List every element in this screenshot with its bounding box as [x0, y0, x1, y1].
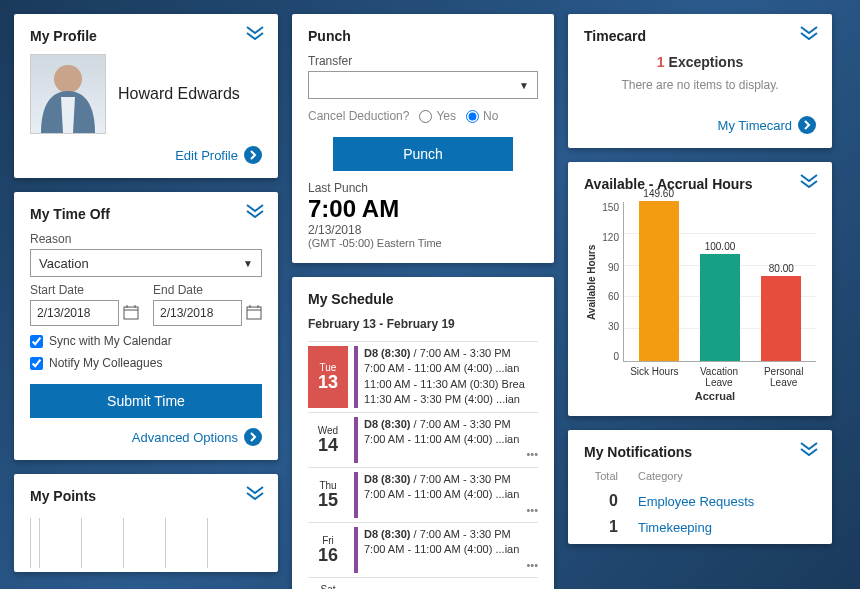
submit-time-button[interactable]: Submit Time	[30, 384, 262, 418]
my-notifications-title: My Notifications	[584, 444, 816, 460]
schedule-date: Sat 17	[308, 582, 348, 589]
my-schedule-title: My Schedule	[308, 291, 538, 307]
collapse-icon[interactable]	[800, 26, 818, 40]
collapse-icon[interactable]	[246, 26, 264, 40]
transfer-select[interactable]: ▼	[308, 71, 538, 99]
notification-row[interactable]: 0Employee Requests	[584, 488, 816, 514]
more-icon[interactable]: •••	[526, 503, 538, 518]
end-date-input[interactable]: 2/13/2018	[153, 300, 242, 326]
start-date-input[interactable]: 2/13/2018	[30, 300, 119, 326]
reason-select[interactable]: Vacation ▼	[30, 249, 262, 277]
accrual-chart: Available Hours 1501209060300 149.60100.…	[584, 202, 816, 362]
schedule-lines	[348, 582, 538, 589]
y-axis-label: Available Hours	[584, 202, 599, 362]
accrual-title: Available - Accrual Hours	[584, 176, 816, 192]
sync-checkbox[interactable]	[30, 335, 43, 348]
last-punch-date: 2/13/2018	[308, 223, 538, 237]
notification-category[interactable]: Timekeeping	[638, 520, 712, 535]
x-axis-label: Accrual	[584, 390, 816, 402]
caret-down-icon: ▼	[519, 80, 529, 91]
sync-checkbox-row[interactable]: Sync with My Calendar	[30, 334, 262, 348]
my-timecard-label: My Timecard	[718, 118, 792, 133]
schedule-date: Thu 15	[308, 472, 348, 518]
end-date-label: End Date	[153, 283, 262, 297]
last-punch-label: Last Punch	[308, 181, 538, 195]
caret-down-icon: ▼	[243, 258, 253, 269]
collapse-icon[interactable]	[246, 204, 264, 218]
sync-label: Sync with My Calendar	[49, 334, 172, 348]
advanced-options-label: Advanced Options	[132, 430, 238, 445]
transfer-label: Transfer	[308, 54, 538, 68]
schedule-bar	[354, 417, 358, 463]
schedule-row[interactable]: Thu 15 D8 (8:30) / 7:00 AM - 3:30 PM7:00…	[308, 467, 538, 522]
schedule-row[interactable]: Fri 16 D8 (8:30) / 7:00 AM - 3:30 PM7:00…	[308, 522, 538, 577]
my-time-off-card: My Time Off Reason Vacation ▼ Start Date…	[14, 192, 278, 460]
schedule-row[interactable]: Sat 17	[308, 577, 538, 589]
punch-button[interactable]: Punch	[333, 137, 513, 171]
notification-category[interactable]: Employee Requests	[638, 494, 754, 509]
svg-point-0	[54, 65, 82, 93]
calendar-icon[interactable]	[246, 304, 262, 323]
chart-bar[interactable]: 80.00	[756, 263, 806, 361]
my-profile-title: My Profile	[30, 28, 262, 44]
calendar-icon[interactable]	[123, 304, 139, 323]
more-icon[interactable]: •••	[526, 447, 538, 462]
cancel-yes-radio[interactable]: Yes	[419, 109, 456, 123]
timecard-empty: There are no items to display.	[584, 78, 816, 92]
svg-rect-1	[124, 307, 138, 319]
schedule-lines: D8 (8:30) / 7:00 AM - 3:30 PM7:00 AM - 1…	[364, 527, 538, 573]
last-punch-tz: (GMT -05:00) Eastern Time	[308, 237, 538, 249]
my-timecard-link[interactable]: My Timecard	[718, 116, 816, 134]
schedule-lines: D8 (8:30) / 7:00 AM - 3:30 PM7:00 AM - 1…	[364, 346, 538, 408]
schedule-row[interactable]: Wed 14 D8 (8:30) / 7:00 AM - 3:30 PM7:00…	[308, 412, 538, 467]
notification-count: 1	[588, 518, 618, 536]
reason-value: Vacation	[39, 256, 89, 271]
start-date-label: Start Date	[30, 283, 139, 297]
notify-checkbox[interactable]	[30, 357, 43, 370]
points-chart	[30, 518, 262, 568]
my-schedule-card: My Schedule February 13 - February 19 Tu…	[292, 277, 554, 589]
advanced-options-link[interactable]: Advanced Options	[132, 428, 262, 446]
schedule-bar	[354, 472, 358, 518]
cancel-no-radio[interactable]: No	[466, 109, 498, 123]
profile-name: Howard Edwards	[118, 85, 240, 103]
schedule-date: Wed 14	[308, 417, 348, 463]
schedule-bar	[354, 527, 358, 573]
my-time-off-title: My Time Off	[30, 206, 262, 222]
exceptions-count: 1Exceptions	[584, 54, 816, 70]
arrow-right-icon	[244, 146, 262, 164]
collapse-icon[interactable]	[246, 486, 264, 500]
arrow-right-icon	[798, 116, 816, 134]
notify-label: Notify My Colleagues	[49, 356, 162, 370]
schedule-lines: D8 (8:30) / 7:00 AM - 3:30 PM7:00 AM - 1…	[364, 417, 538, 463]
edit-profile-link[interactable]: Edit Profile	[175, 146, 262, 164]
cancel-deduction-label: Cancel Deduction?	[308, 109, 409, 123]
svg-rect-5	[247, 307, 261, 319]
notification-row[interactable]: 1Timekeeping	[584, 514, 816, 540]
schedule-row[interactable]: Tue 13 D8 (8:30) / 7:00 AM - 3:30 PM7:00…	[308, 341, 538, 412]
my-points-card: My Points	[14, 474, 278, 572]
avatar	[30, 54, 106, 134]
collapse-icon[interactable]	[800, 442, 818, 456]
my-notifications-card: My Notifications Total Category 0Employe…	[568, 430, 832, 544]
notif-header-total: Total	[588, 470, 618, 482]
accrual-card: Available - Accrual Hours Available Hour…	[568, 162, 832, 416]
notify-checkbox-row[interactable]: Notify My Colleagues	[30, 356, 262, 370]
schedule-date: Fri 16	[308, 527, 348, 573]
arrow-right-icon	[244, 428, 262, 446]
chart-bar[interactable]: 100.00	[695, 241, 745, 361]
chart-bar[interactable]: 149.60	[634, 188, 684, 361]
punch-card: Punch Transfer ▼ Cancel Deduction? Yes N…	[292, 14, 554, 263]
schedule-range: February 13 - February 19	[308, 317, 538, 331]
schedule-bar	[354, 346, 358, 408]
my-points-title: My Points	[30, 488, 262, 504]
more-icon[interactable]: •••	[526, 558, 538, 573]
timecard-title: Timecard	[584, 28, 816, 44]
collapse-icon[interactable]	[800, 174, 818, 188]
reason-label: Reason	[30, 232, 262, 246]
last-punch-time: 7:00 AM	[308, 195, 538, 223]
edit-profile-label: Edit Profile	[175, 148, 238, 163]
schedule-date: Tue 13	[308, 346, 348, 408]
punch-title: Punch	[308, 28, 538, 44]
my-profile-card: My Profile Howard Edwards Edit Profile	[14, 14, 278, 178]
